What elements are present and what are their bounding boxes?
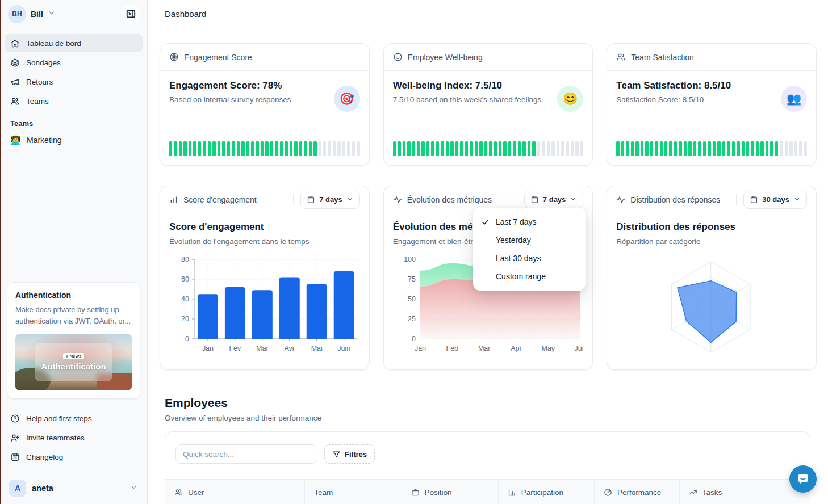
svg-text:80: 80 <box>181 255 189 263</box>
chat-widget[interactable] <box>789 465 817 493</box>
progress-segment <box>227 141 230 156</box>
column-header-user[interactable]: User <box>165 480 305 504</box>
smiling-face-emoji-icon: 😊 <box>557 86 583 112</box>
progress-segment <box>441 141 444 156</box>
menu-item-yesterday[interactable]: Yesterday <box>473 231 586 249</box>
search-input[interactable] <box>175 444 317 464</box>
date-range-label: 30 days <box>762 195 789 204</box>
progress-segment <box>794 141 797 156</box>
progress-segment <box>479 141 482 156</box>
sidebar-item-retours[interactable]: Retours <box>5 73 143 91</box>
workspace-switcher[interactable]: BH Bill <box>8 5 121 23</box>
dart-target-emoji-icon: 🎯 <box>334 86 360 112</box>
chart-title: Score d'engagement <box>169 221 360 233</box>
trend-up-icon <box>689 488 697 497</box>
svg-text:20: 20 <box>181 315 189 323</box>
svg-text:Mar: Mar <box>478 345 490 352</box>
progress-segment <box>398 141 400 156</box>
date-range-label: 7 days <box>319 195 342 204</box>
svg-text:Jan: Jan <box>202 345 214 352</box>
technologist-emoji-icon: 🧑‍💻 <box>10 135 20 145</box>
progress-segment <box>770 141 773 156</box>
activity-icon <box>393 195 402 204</box>
svg-text:25: 25 <box>408 315 416 323</box>
promo-card-authentication[interactable]: Authentication Make docs private by sett… <box>7 282 140 399</box>
progress-segment <box>722 141 725 156</box>
column-header-tasks[interactable]: Tasks <box>680 480 804 504</box>
sidebar-collapse-button[interactable] <box>121 5 140 24</box>
progress-segment <box>450 141 453 156</box>
progress-segment <box>203 141 206 156</box>
sidebar-item-sondages[interactable]: Sondages <box>5 53 143 72</box>
app-root: BH Bill Tableau de bord <box>0 0 828 504</box>
menu-item-last-30-days[interactable]: Last 30 days <box>473 249 586 267</box>
svg-text:Jun: Jun <box>574 345 583 352</box>
progress-segment <box>780 141 783 156</box>
menu-item-last-7-days[interactable]: Last 7 days <box>473 213 586 231</box>
svg-text:75: 75 <box>408 275 416 283</box>
sidebar-item-marketing[interactable]: 🧑‍💻 Marketing <box>5 131 143 149</box>
svg-text:May: May <box>541 345 555 352</box>
progress-segment <box>285 141 287 156</box>
svg-text:0: 0 <box>185 335 189 343</box>
date-range-button[interactable]: 7 days <box>524 191 583 209</box>
date-range-button[interactable]: 30 days <box>743 191 807 209</box>
progress-segment <box>513 141 516 156</box>
stat-card-header-label: Team Satisfaction <box>631 53 694 62</box>
progress-segment <box>465 141 468 156</box>
progress-segment <box>775 141 778 156</box>
sidebar-item-help[interactable]: Help and first steps <box>5 409 143 427</box>
progress-segment <box>241 141 244 156</box>
progress-bar <box>393 141 584 156</box>
progress-segment <box>660 141 663 156</box>
progress-segment <box>357 141 359 156</box>
sidebar-nav: Tableau de bord Sondages Retours Teams <box>0 28 147 111</box>
workspace-name: Bill <box>31 10 43 19</box>
progress-segment <box>193 141 196 156</box>
column-header-performance[interactable]: Performance <box>595 480 680 504</box>
progress-segment <box>528 141 530 156</box>
stat-subtitle: Satisfaction Score: 8.5/10 <box>616 95 807 104</box>
promo-body: Make docs private by setting up authenti… <box>15 304 132 327</box>
progress-segment <box>426 141 429 156</box>
filters-label: Filtres <box>345 450 367 459</box>
workspace-avatar: BH <box>8 5 26 23</box>
stat-card-header-label: Engagement Score <box>184 53 252 62</box>
svg-text:Mai: Mai <box>311 345 323 352</box>
progress-segment <box>169 141 172 156</box>
progress-segment <box>693 141 696 156</box>
svg-text:0: 0 <box>412 335 416 343</box>
sidebar-item-teams[interactable]: Teams <box>5 92 143 110</box>
progress-segment <box>304 141 307 156</box>
funnel-icon <box>332 450 341 459</box>
progress-segment <box>222 141 225 156</box>
people-icon <box>174 488 183 497</box>
progress-segment <box>237 141 240 156</box>
progress-segment <box>290 141 292 156</box>
column-header-team[interactable]: Team <box>305 480 402 504</box>
date-range-button[interactable]: 7 days <box>300 191 359 209</box>
progress-segment <box>751 141 754 156</box>
sidebar-item-tableau-de-bord[interactable]: Tableau de bord <box>5 34 143 52</box>
progress-segment <box>421 141 424 156</box>
megaphone-icon <box>10 77 20 87</box>
progress-segment <box>460 141 463 156</box>
progress-segment <box>626 141 629 156</box>
column-header-participation[interactable]: Participation <box>499 480 595 504</box>
sidebar-item-changelog[interactable]: Changelog <box>5 448 143 466</box>
filters-button[interactable]: Filtres <box>324 444 375 464</box>
calendar-icon <box>307 195 315 204</box>
chevron-down-icon <box>129 483 138 494</box>
layers-icon <box>10 58 20 68</box>
sidebar-item-label: Help and first steps <box>26 414 92 423</box>
sidebar-item-invite[interactable]: Invite teammates <box>5 429 143 447</box>
topbar: Dashboard <box>148 0 828 28</box>
progress-segment <box>174 141 177 156</box>
menu-item-custom-range[interactable]: Custom range <box>473 267 586 285</box>
progress-segment <box>713 141 716 156</box>
stat-card-engagement: Engagement Score Engagement Score: 78% B… <box>160 43 370 166</box>
column-header-position[interactable]: Position <box>402 480 499 504</box>
svg-text:Jan: Jan <box>415 345 426 352</box>
account-switcher[interactable]: A aneta <box>0 472 147 504</box>
progress-segment <box>323 141 326 156</box>
